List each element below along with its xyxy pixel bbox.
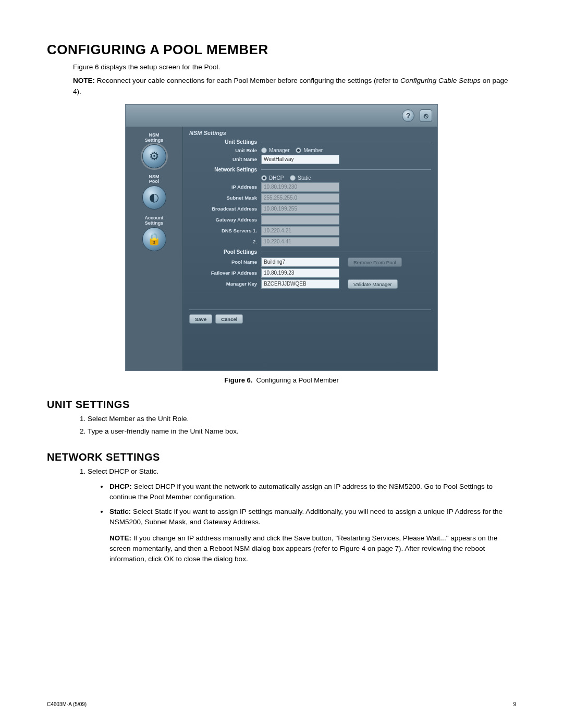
sidebar-item-label: Pool <box>131 179 178 184</box>
network-options: DHCP: Select DHCP if you want the networ… <box>108 482 516 565</box>
sidebar: NSM Settings ⚙ NSM Pool ◐ Account Settin… <box>126 127 183 371</box>
sidebar-item-nsm-settings[interactable]: NSM Settings ⚙ <box>131 133 178 174</box>
settings-pane: NSM Settings Unit Settings Unit Role Man… <box>183 127 437 371</box>
ip-mode-row: DHCP Static <box>189 175 431 181</box>
sidebar-item-label: Settings <box>131 138 178 143</box>
list-item: Select DHCP or Static. DHCP: Select DHCP… <box>88 466 516 564</box>
figure-caption: Figure 6. Configuring a Pool Member <box>47 376 516 384</box>
unit-settings-heading: Unit Settings <box>189 138 431 146</box>
doc-id: C4603M-A (5/09) <box>47 701 87 707</box>
note-label: NOTE: <box>109 534 131 542</box>
failover-input[interactable] <box>261 268 339 278</box>
top-bar: ? ⎋ <box>126 105 437 127</box>
failover-row: Failover IP Address <box>189 268 431 278</box>
ip-mode-dhcp[interactable]: DHCP <box>261 175 284 181</box>
unit-name-row: Unit Name <box>189 155 431 164</box>
unit-name-label: Unit Name <box>189 156 257 162</box>
remove-from-pool-button: Remove From Pool <box>348 257 402 267</box>
note-label: NOTE: <box>73 77 95 84</box>
ip-address-row: IP Address <box>189 182 431 192</box>
unit-role-row: Unit Role Manager Member <box>189 147 431 153</box>
action-bar: Save Cancel <box>189 310 431 324</box>
dns2-input <box>261 237 339 246</box>
dns2-label: 2. <box>189 239 257 244</box>
gateway-row: Gateway Address <box>189 215 431 225</box>
radio-label: Manager <box>269 147 289 153</box>
list-item: Select Member as the Unit Role. <box>88 414 516 424</box>
unit-role-member[interactable]: Member <box>296 147 323 153</box>
radio-icon <box>261 147 267 153</box>
validate-manager-button[interactable]: Validate Manager <box>348 279 398 289</box>
unit-role-label: Unit Role <box>189 147 257 153</box>
gateway-label: Gateway Address <box>189 217 257 223</box>
gateway-input <box>261 215 339 225</box>
dns1-input <box>261 226 339 236</box>
lock-icon: 🔒 <box>142 227 166 251</box>
page-number: 9 <box>513 701 516 707</box>
restart-note: NOTE: If you change an IP address manual… <box>109 533 516 565</box>
note-emphasis: Configuring Cable Setups <box>400 77 481 84</box>
cancel-button[interactable]: Cancel <box>215 314 243 324</box>
sidebar-item-nsm-pool[interactable]: NSM Pool ◐ <box>131 175 178 215</box>
group-title-text: Unit Settings <box>189 139 257 145</box>
radio-icon <box>261 175 267 181</box>
radio-icon <box>290 175 296 181</box>
dns1-label: DNS Servers 1. <box>189 228 257 233</box>
ip-mode-radios: DHCP Static <box>261 175 339 181</box>
subnet-row: Subnet Mask <box>189 193 431 203</box>
figure-label: Figure 6. <box>224 376 252 384</box>
option-label: DHCP: <box>109 483 132 490</box>
page-heading: CONFIGURING A POOL MEMBER <box>47 42 516 58</box>
radio-label: Static <box>298 175 311 181</box>
sidebar-item-account-settings[interactable]: Account Settings 🔒 <box>131 216 178 256</box>
sidebar-item-label: Settings <box>131 221 178 226</box>
group-title-text: Pool Settings <box>189 249 257 255</box>
network-settings-heading: NETWORK SETTINGS <box>47 451 516 463</box>
step-text: Select DHCP or Static. <box>88 467 158 475</box>
group-title-text: Network Settings <box>189 167 257 172</box>
radio-label: DHCP <box>269 175 284 181</box>
logout-icon[interactable]: ⎋ <box>420 109 432 122</box>
note-body: If you change an IP address manually and… <box>109 534 497 563</box>
option-text: Select DHCP if you want the network to a… <box>109 483 493 501</box>
nsm-settings-screenshot: ? ⎋ NSM Settings ⚙ NSM Pool ◐ Account Se… <box>125 104 438 371</box>
unit-role-radios: Manager Member <box>261 147 339 153</box>
broadcast-input <box>261 204 339 214</box>
ip-address-label: IP Address <box>189 184 257 190</box>
pane-title: NSM Settings <box>189 130 431 136</box>
broadcast-label: Broadcast Address <box>189 206 257 212</box>
page-footer: C4603M-A (5/09) 9 <box>47 701 516 707</box>
manager-key-input[interactable] <box>261 279 339 289</box>
option-label: Static: <box>109 508 131 515</box>
radio-icon <box>296 147 301 153</box>
network-steps: Select DHCP or Static. DHCP: Select DHCP… <box>88 466 516 564</box>
dns1-row: DNS Servers 1. <box>189 226 431 236</box>
help-icon[interactable]: ? <box>402 109 414 122</box>
intro-text: Figure 6 displays the setup screen for t… <box>73 62 516 72</box>
reconnect-note: NOTE: Reconnect your cable connections f… <box>73 76 516 97</box>
dns2-row: 2. <box>189 237 431 246</box>
list-item: DHCP: Select DHCP if you want the networ… <box>108 482 516 503</box>
list-item: Type a user-friendly name in the Unit Na… <box>88 426 516 437</box>
radio-label: Member <box>303 147 323 153</box>
pool-name-input[interactable] <box>261 257 339 267</box>
pool-name-label: Pool Name <box>189 259 257 265</box>
gear-icon: ⚙ <box>142 144 166 168</box>
unit-name-input[interactable] <box>261 155 339 164</box>
ip-mode-static[interactable]: Static <box>290 175 311 181</box>
pool-name-row: Pool Name Remove From Pool <box>189 257 431 267</box>
failover-label: Failover IP Address <box>189 270 257 276</box>
manager-key-label: Manager Key <box>189 281 257 287</box>
option-text: Select Static if you want to assign IP s… <box>109 508 503 526</box>
list-item: Static: Select Static if you want to ass… <box>108 507 516 564</box>
unit-role-manager[interactable]: Manager <box>261 147 289 153</box>
note-body: Reconnect your cable connections for eac… <box>97 77 400 84</box>
subnet-label: Subnet Mask <box>189 195 257 201</box>
unit-settings-heading: UNIT SETTINGS <box>47 399 516 411</box>
save-button[interactable]: Save <box>189 314 212 324</box>
ip-address-input <box>261 182 339 192</box>
broadcast-row: Broadcast Address <box>189 204 431 214</box>
figure-caption-text: Configuring a Pool Member <box>256 376 339 384</box>
unit-steps: Select Member as the Unit Role. Type a u… <box>88 414 516 437</box>
pool-icon: ◐ <box>142 186 166 209</box>
